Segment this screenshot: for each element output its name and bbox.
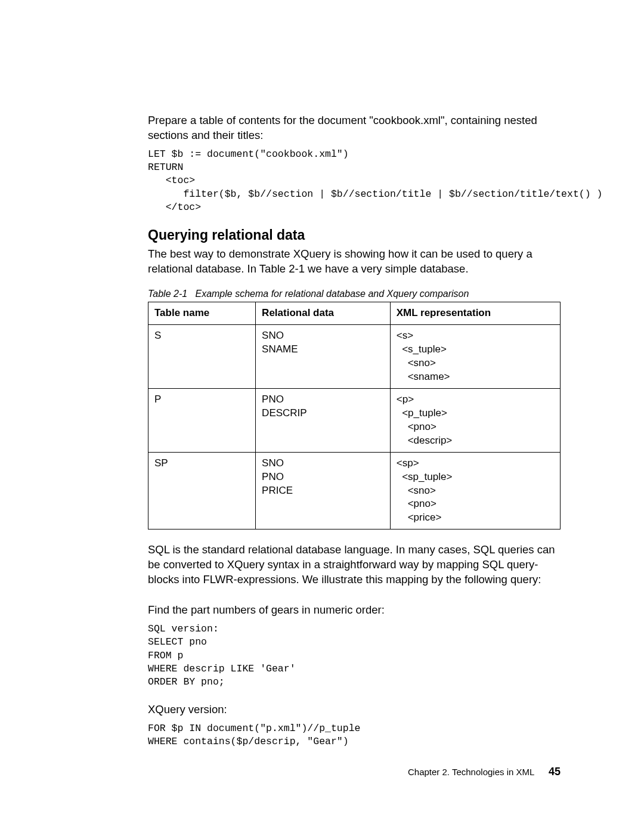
table-row: S SNO SNAME <s> <s_tuple> <sno> <sname>	[148, 325, 561, 389]
table-cell-xml: <sp> <sp_tuple> <sno> <pno> <price>	[390, 452, 560, 529]
page-footer: Chapter 2. Technologies in XML 45	[408, 766, 561, 778]
post-table-paragraph-2: Find the part numbers of gears in numeri…	[148, 603, 561, 618]
schema-table: Table name Relational data XML represent…	[148, 302, 561, 529]
table-row: P PNO DESCRIP <p> <p_tuple> <pno> <descr…	[148, 388, 561, 452]
table-cell-name: SP	[148, 452, 256, 529]
table-caption: Table 2-1 Example schema for relational …	[148, 289, 561, 299]
table-header-cell: Relational data	[256, 302, 391, 325]
xquery-version-label: XQuery version:	[148, 702, 561, 717]
table-cell-xml: <p> <p_tuple> <pno> <descrip>	[390, 388, 560, 452]
table-cell-rel: SNO SNAME	[256, 325, 391, 389]
table-cell-rel: SNO PNO PRICE	[256, 452, 391, 529]
table-cell-name: S	[148, 325, 256, 389]
table-header-cell: XML representation	[390, 302, 560, 325]
table-cell-rel: PNO DESCRIP	[256, 388, 391, 452]
section-intro-paragraph: The best way to demonstrate XQuery is sh…	[148, 247, 561, 277]
table-cell-xml: <s> <s_tuple> <sno> <sname>	[390, 325, 560, 389]
section-heading: Querying relational data	[148, 227, 561, 243]
post-table-paragraph-1: SQL is the standard relational database …	[148, 543, 561, 587]
intro-code-block: LET $b := document("cookbook.xml") RETUR…	[148, 148, 561, 214]
table-row: SP SNO PNO PRICE <sp> <sp_tuple> <sno> <…	[148, 452, 561, 529]
xquery-code-block: FOR $p IN document("p.xml")//p_tuple WHE…	[148, 722, 561, 749]
sql-code-block: SQL version: SELECT pno FROM p WHERE des…	[148, 623, 561, 689]
footer-chapter: Chapter 2. Technologies in XML	[408, 767, 534, 777]
intro-paragraph: Prepare a table of contents for the docu…	[148, 113, 561, 143]
table-header-cell: Table name	[148, 302, 256, 325]
table-header-row: Table name Relational data XML represent…	[148, 302, 561, 325]
table-cell-name: P	[148, 388, 256, 452]
page: Prepare a table of contents for the docu…	[0, 0, 644, 833]
footer-page-number: 45	[549, 766, 561, 778]
